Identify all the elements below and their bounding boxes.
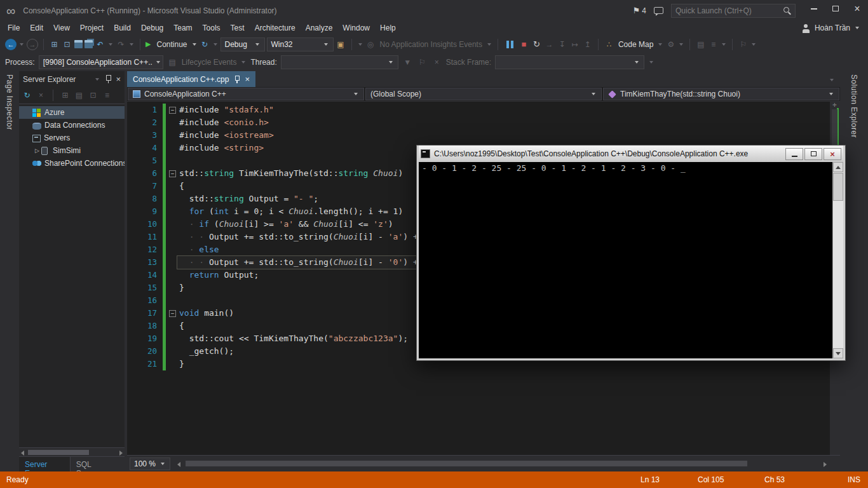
code-line-2[interactable]: 2#include <conio.h> bbox=[127, 116, 830, 129]
close-button[interactable]: × bbox=[846, 0, 868, 17]
expander-icon[interactable]: ▷ bbox=[33, 147, 41, 154]
hscroll-thumb[interactable] bbox=[28, 450, 89, 455]
connect-database-icon[interactable]: ⊞ bbox=[60, 92, 71, 99]
console-scrollbar[interactable] bbox=[832, 162, 843, 358]
break-all-icon[interactable] bbox=[506, 41, 513, 48]
tab-pin-icon[interactable] bbox=[234, 76, 240, 83]
console-title-bar[interactable]: C:\Users\noz1995\Desktop\Test\ConsoleApp… bbox=[419, 146, 843, 162]
menu-edit[interactable]: Edit bbox=[25, 22, 48, 34]
scroll-right-icon[interactable] bbox=[119, 451, 123, 456]
connect-server-icon[interactable]: ▤ bbox=[74, 92, 85, 99]
navigate-back-caret-icon[interactable] bbox=[20, 43, 24, 46]
document-tab[interactable]: ConsoleApplication C++.cpp × bbox=[127, 71, 255, 87]
code-line-1[interactable]: 1−#include "stdafx.h" bbox=[127, 104, 830, 116]
console-output-area[interactable]: - 0 - 1 - 2 - 25 - 25 - 0 - 1 - 2 - 1 - … bbox=[419, 162, 843, 358]
pin-icon[interactable] bbox=[105, 75, 111, 83]
tab-close-icon[interactable]: × bbox=[245, 75, 250, 83]
code-line-3[interactable]: 3#include <iostream> bbox=[127, 129, 830, 142]
console-maximize-button[interactable] bbox=[804, 148, 822, 160]
server-explorer-hscrollbar[interactable] bbox=[19, 447, 125, 456]
thread-select[interactable] bbox=[281, 55, 398, 69]
editor-hscrollbar[interactable] bbox=[175, 459, 829, 468]
bookmark-caret-icon[interactable] bbox=[752, 43, 756, 46]
tree-item-servers[interactable]: Servers bbox=[19, 132, 125, 144]
console-minimize-button[interactable] bbox=[785, 148, 803, 160]
solution-configuration-select[interactable]: Debug bbox=[220, 37, 265, 51]
debugbar-overflow-icon[interactable] bbox=[649, 61, 653, 64]
unflag-threads-icon[interactable]: × bbox=[431, 58, 442, 66]
lifecycle-events-button[interactable]: Lifecycle Events bbox=[182, 58, 237, 67]
tree-item-simsimi[interactable]: ▷SimSimi bbox=[19, 144, 125, 157]
menu-debug[interactable]: Debug bbox=[136, 22, 168, 34]
filter-threads-icon[interactable]: ▼ bbox=[402, 58, 413, 66]
step-out-icon[interactable]: ↥ bbox=[582, 41, 593, 48]
refresh-icon[interactable]: ↻ bbox=[22, 92, 32, 99]
zoom-select[interactable]: 100 % bbox=[130, 458, 170, 470]
show-next-statement-icon[interactable]: → bbox=[544, 41, 555, 48]
save-icon[interactable] bbox=[74, 40, 83, 48]
hot-reload-caret-icon[interactable] bbox=[214, 43, 217, 46]
intellitrace-caret-icon[interactable] bbox=[679, 43, 683, 46]
fold-collapse-icon[interactable]: − bbox=[169, 170, 176, 177]
solution-platform-select[interactable]: Win32 bbox=[267, 37, 334, 51]
step-over-icon[interactable]: ↦ bbox=[569, 41, 580, 48]
scope-dropdown[interactable]: (Global Scope) bbox=[365, 88, 602, 100]
scroll-down-button[interactable] bbox=[833, 348, 843, 358]
menu-view[interactable]: View bbox=[48, 22, 75, 34]
flag-threads-icon[interactable]: ⚐ bbox=[417, 58, 428, 66]
intellitrace-icon[interactable]: ⚙ bbox=[665, 41, 676, 48]
stack-frame-select[interactable] bbox=[495, 55, 644, 69]
undo-icon[interactable]: ↶ bbox=[95, 41, 105, 48]
bookmark-icon[interactable]: ⚐ bbox=[738, 41, 749, 48]
stop-debugging-icon[interactable]: ■ bbox=[519, 40, 529, 48]
lifecycle-events-caret-icon[interactable] bbox=[241, 61, 245, 64]
attach-process-icon[interactable]: ▣ bbox=[336, 41, 346, 48]
menu-analyze[interactable]: Analyze bbox=[301, 22, 338, 34]
panel-menu-caret-icon[interactable] bbox=[95, 78, 99, 81]
maximize-button[interactable] bbox=[825, 0, 846, 17]
step-into-icon[interactable]: ↧ bbox=[557, 41, 567, 48]
code-map-button[interactable]: Code Map bbox=[618, 40, 653, 49]
console-window[interactable]: C:\Users\noz1995\Desktop\Test\ConsoleApp… bbox=[416, 145, 846, 361]
tree-item-azure[interactable]: Azure bbox=[19, 106, 125, 119]
tab-overflow-icon[interactable] bbox=[830, 79, 834, 81]
notifications-button[interactable]: ⚑ 4 bbox=[633, 6, 646, 15]
properties-icon[interactable]: ≡ bbox=[102, 92, 112, 99]
splitter-grip-icon[interactable]: ✛ bbox=[832, 102, 837, 108]
menu-test[interactable]: Test bbox=[226, 22, 250, 34]
scroll-left-icon[interactable] bbox=[21, 451, 24, 456]
code-map-caret-icon[interactable] bbox=[658, 43, 662, 46]
minimize-button[interactable] bbox=[803, 0, 825, 17]
page-inspector-tab[interactable]: Page Inspector bbox=[0, 71, 19, 471]
redo-caret-icon[interactable] bbox=[130, 43, 133, 46]
new-folder-icon[interactable]: ▤ bbox=[695, 41, 706, 48]
server-explorer-header[interactable]: Server Explorer × bbox=[19, 71, 125, 87]
open-file-icon[interactable]: ⊡ bbox=[62, 41, 72, 48]
console-close-button[interactable]: × bbox=[824, 148, 841, 160]
scroll-left-icon[interactable] bbox=[177, 462, 180, 467]
stop-refresh-icon[interactable]: × bbox=[36, 92, 46, 99]
restart-debugging-icon[interactable]: ↻ bbox=[531, 40, 542, 48]
account-area[interactable]: Hoàn Trần bbox=[801, 24, 868, 33]
menu-team[interactable]: Team bbox=[168, 22, 197, 34]
menu-project[interactable]: Project bbox=[75, 22, 109, 34]
quick-launch[interactable] bbox=[671, 4, 796, 18]
fold-collapse-icon[interactable]: − bbox=[169, 310, 176, 317]
quick-launch-input[interactable] bbox=[675, 6, 783, 15]
tree-item-data-connections[interactable]: Data Connections bbox=[19, 119, 125, 132]
application-insights-button[interactable]: No Application Insights Events bbox=[380, 40, 482, 49]
toolbar-overflow-icon[interactable] bbox=[358, 43, 362, 46]
bottom-tab-sql-serve[interactable]: SQL Serve... bbox=[71, 457, 125, 471]
continue-caret-icon[interactable] bbox=[193, 43, 196, 46]
continue-button[interactable]: Continue bbox=[156, 40, 187, 49]
hscroll-thumb[interactable] bbox=[186, 461, 747, 466]
menu-file[interactable]: File bbox=[3, 22, 25, 34]
navigate-back-icon[interactable]: ← bbox=[5, 39, 17, 50]
process-select[interactable]: [9908] ConsoleApplication C++.. bbox=[39, 55, 163, 69]
feedback-icon[interactable] bbox=[654, 7, 663, 14]
panel-close-icon[interactable]: × bbox=[116, 75, 121, 83]
scroll-right-icon[interactable] bbox=[824, 462, 827, 467]
menu-build[interactable]: Build bbox=[109, 22, 136, 34]
menu-window[interactable]: Window bbox=[337, 22, 375, 34]
toolbar-overflow-icon[interactable] bbox=[722, 43, 726, 46]
